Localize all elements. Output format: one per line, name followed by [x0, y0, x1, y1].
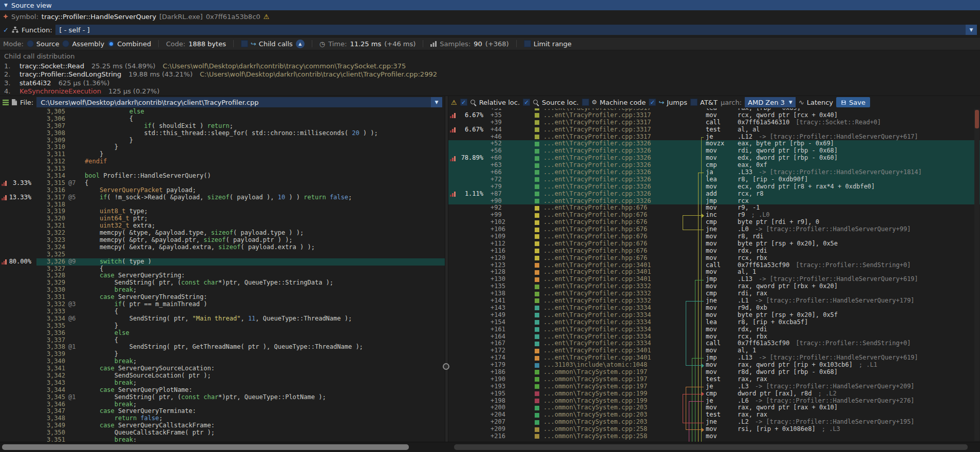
asm-line[interactable]: +63...ent\TracyProfiler.cpp:3326cmpeax, …: [448, 162, 980, 169]
asm-source-location[interactable]: ...ent\TracyProfiler.cpp:3401: [543, 354, 681, 362]
asm-source-location[interactable]: ...ommon\TracySystem.cpp:203: [543, 411, 681, 419]
asm-source-location[interactable]: ...ent\TracyProfiler.hpp:676: [543, 204, 681, 212]
child-call-entry[interactable]: 2.tracy::Profiler::SendLongString19.88 m…: [0, 70, 980, 79]
asm-line[interactable]: +116...ent\TracyProfiler.hpp:676movrdx, …: [448, 248, 980, 255]
asm-line[interactable]: 78.89%+60...ent\TracyProfiler.cpp:3326mo…: [448, 155, 980, 162]
att-syntax-toggle[interactable]: AT&T: [690, 99, 718, 106]
source-line[interactable]: 3,327 {: [0, 266, 445, 273]
file-combo-arrow[interactable]: ▼: [431, 97, 442, 107]
source-line[interactable]: 3,349 case ServerQueryCallstackFrame:: [0, 422, 445, 429]
titlebar[interactable]: ▼ Source view: [0, 0, 980, 10]
asm-line[interactable]: +198...ommon\TracySystem.cpp:199je.L6-> …: [448, 398, 980, 405]
asm-line[interactable]: +138...ent\TracyProfiler.cpp:3332cmprdi,…: [448, 290, 980, 297]
asm-line[interactable]: +190...ommon\TracySystem.cpp:197testrax,…: [448, 376, 980, 383]
source-line[interactable]: 3,322 memcpy( &type, &payload.type, size…: [0, 230, 445, 237]
asm-line[interactable]: +92...ent\TracyProfiler.hpp:676movr9, -1: [448, 204, 980, 212]
child-calls-toggle[interactable]: ↪ Child calls: [241, 40, 293, 48]
source-line[interactable]: 3,347 case ServerQueryTerminate:: [0, 408, 445, 415]
source-line[interactable]: 3,306 {: [0, 116, 445, 123]
asm-source-location[interactable]: ...ent\TracyProfiler.cpp:3334: [543, 333, 681, 341]
function-combo-arrow[interactable]: ▼: [966, 25, 977, 35]
asm-source-location[interactable]: ...ent\TracyProfiler.cpp:3326: [543, 191, 681, 198]
asm-line[interactable]: +130...ent\TracyProfiler.cpp:3401jmp.L13…: [448, 276, 980, 283]
source-line[interactable]: 3,345@1 SendString( ptr, (const char*)pt…: [0, 394, 445, 401]
source-line[interactable]: 3,337 {: [0, 337, 445, 344]
asm-line[interactable]: +39...ent\TracyProfiler.cpp:3317call0x7f…: [448, 119, 980, 126]
asm-source-location[interactable]: ...ent\TracyProfiler.cpp:3332: [543, 283, 681, 290]
horizontal-scrollbar[interactable]: [0, 442, 980, 452]
radio-combined[interactable]: [107, 40, 115, 47]
asm-source-location[interactable]: ...ent\TracyProfiler.cpp:3326: [543, 147, 681, 155]
source-line[interactable]: 3,346 break;: [0, 401, 445, 408]
asm-line[interactable]: +167...ent\TracyProfiler.cpp:3334call0x7…: [448, 340, 980, 347]
asm-source-location[interactable]: ...ent\TracyProfiler.hpp:676: [543, 219, 681, 226]
asm-source-location[interactable]: ...ommon\TracySystem.cpp:197: [543, 383, 681, 390]
source-line[interactable]: 3.33%3,315@7{: [0, 180, 445, 187]
asm-line[interactable]: +135...ent\TracyProfiler.cpp:3332movrax,…: [448, 283, 980, 290]
latency-button[interactable]: ∿ Latency: [799, 99, 833, 106]
child-call-entry[interactable]: 3.stat64i32625 μs (1.36%): [0, 79, 980, 87]
source-line[interactable]: 3,309 }: [0, 137, 445, 144]
expand-child-calls-button[interactable]: ▲: [296, 40, 305, 48]
asm-line[interactable]: +56...ent\TracyProfiler.cpp:3326movrdi, …: [448, 147, 980, 155]
source-line[interactable]: 3,312#endif: [0, 158, 445, 165]
save-button[interactable]: Save: [836, 97, 870, 107]
asm-source-location[interactable]: ...ommon\TracySystem.cpp:197: [543, 376, 681, 383]
source-line[interactable]: 3,313: [0, 165, 445, 173]
asm-source-location[interactable]: ...ent\TracyProfiler.cpp:3401: [543, 262, 681, 269]
asm-line[interactable]: +209...ommon\TracySystem.cpp:258movrsi, …: [448, 426, 980, 433]
asm-source-location[interactable]: ...ent\TracyProfiler.cpp:3317: [543, 126, 681, 134]
source-line[interactable]: 3,351 break;: [0, 437, 445, 442]
asm-line[interactable]: +200...ommon\TracySystem.cpp:203movrax, …: [448, 404, 980, 411]
asm-line[interactable]: +90...ent\TracyProfiler.cpp:3326jmprcx: [448, 198, 980, 205]
asm-line[interactable]: +52...ent\TracyProfiler.cpp:3326movzxeax…: [448, 140, 980, 147]
source-line[interactable]: 3,348 return false;: [0, 415, 445, 422]
source-line[interactable]: 3,310 }: [0, 144, 445, 151]
source-line[interactable]: 3,339 }: [0, 351, 445, 358]
asm-source-location[interactable]: ...ent\TracyProfiler.cpp:3317: [543, 134, 681, 141]
asm-line[interactable]: 1.11%+87...ent\TracyProfiler.cpp:3326add…: [448, 191, 980, 198]
asm-line[interactable]: +112...ent\TracyProfiler.hpp:676movbyte …: [448, 240, 980, 248]
asm-source-location[interactable]: ...ent\TracyProfiler.cpp:3326: [543, 155, 681, 162]
asm-source-location[interactable]: ...ommon\TracySystem.cpp:197: [543, 369, 681, 376]
source-loc-checkbox[interactable]: [523, 99, 530, 106]
asm-source-location[interactable]: ...ent\TracyProfiler.hpp:676: [543, 226, 681, 233]
asm-line[interactable]: +193...ommon\TracySystem.cpp:197je.L3-> …: [448, 383, 980, 390]
asm-line[interactable]: +204...ommon\TracySystem.cpp:203testrax,…: [448, 411, 980, 419]
asm-source-location[interactable]: ...ent\TracyProfiler.cpp:3334: [543, 340, 681, 347]
asm-line[interactable]: +186...ommon\TracySystem.cpp:197movr8d, …: [448, 369, 980, 376]
asm-line[interactable]: +109...ent\TracyProfiler.hpp:676movr8, r…: [448, 233, 980, 240]
mode-option-assembly[interactable]: Assembly: [62, 40, 104, 48]
source-line[interactable]: 3,325: [0, 251, 445, 258]
source-line[interactable]: 3,316 ServerQueryPacket payload;: [0, 187, 445, 194]
limit-range-checkbox[interactable]: [524, 40, 531, 47]
mode-option-combined[interactable]: Combined: [107, 40, 151, 48]
asm-source-location[interactable]: ...ent\TracyProfiler.cpp:3334: [543, 312, 681, 319]
asm-source-location[interactable]: ...ent\TracyProfiler.cpp:3334: [543, 305, 681, 312]
source-line[interactable]: 3,314bool Profiler::HandleServerQuery(): [0, 173, 445, 180]
child-call-entry[interactable]: 4.KeSynchronizeExecution125 μs (0.27%): [0, 87, 980, 96]
machine-code-toggle[interactable]: ⚙ Machine code: [582, 99, 646, 106]
att-checkbox[interactable]: [690, 99, 698, 106]
asm-source-location[interactable]: ...ent\TracyProfiler.cpp:3326: [543, 140, 681, 147]
assembly-hscroll-thumb[interactable]: [454, 444, 968, 450]
asm-line[interactable]: +179...31103\include\atomic:1048movrax, …: [448, 362, 980, 369]
asm-line[interactable]: +128...ent\TracyProfiler.cpp:3401moval, …: [448, 269, 980, 276]
asm-line[interactable]: 6.67%+35...ent\TracyProfiler.cpp:3317mov…: [448, 112, 980, 119]
asm-source-location[interactable]: ...ent\TracyProfiler.cpp:3401: [543, 276, 681, 283]
source-line[interactable]: 3,324 memcpy( &extra, &payload.extra, si…: [0, 244, 445, 251]
asm-source-location[interactable]: ...ent\TracyProfiler.cpp:3326: [543, 176, 681, 183]
asm-source-location[interactable]: ...ommon\TracySystem.cpp:258: [543, 426, 681, 433]
limit-range-toggle[interactable]: Limit range: [524, 40, 572, 48]
asm-source-location[interactable]: ...ent\TracyProfiler.cpp:3326: [543, 162, 681, 169]
asm-source-location[interactable]: ...ent\TracyProfiler.hpp:676: [543, 233, 681, 240]
source-hscroll-thumb[interactable]: [2, 444, 409, 450]
source-line[interactable]: 3,344 case ServerQueryPlotName:: [0, 387, 445, 394]
child-call-entry[interactable]: 1.tracy::Socket::Read25.25 ms (54.89%)C:…: [0, 62, 980, 70]
child-calls-checkbox[interactable]: [241, 40, 248, 47]
collapse-icon[interactable]: ▼: [4, 3, 8, 8]
source-line[interactable]: 3,340 break;: [0, 358, 445, 365]
source-line[interactable]: 3,330 break;: [0, 287, 445, 294]
asm-line[interactable]: +102...ent\TracyProfiler.hpp:676cmpbyte …: [448, 219, 980, 226]
asm-source-location[interactable]: ...ommon\TracySystem.cpp:258: [543, 433, 681, 440]
